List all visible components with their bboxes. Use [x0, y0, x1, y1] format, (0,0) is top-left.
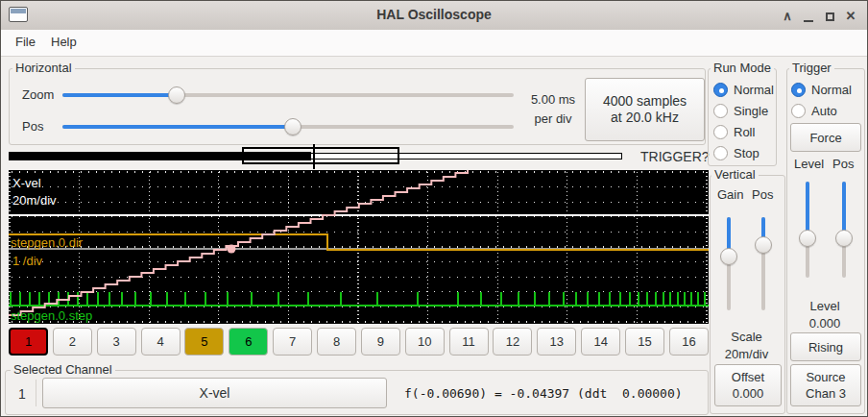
trigger-level-caption: Level — [786, 299, 863, 313]
trigger-source-button[interactable]: Source Chan 3 — [790, 364, 861, 406]
scope-traces — [9, 170, 709, 324]
run-mode-stop[interactable]: Stop — [713, 144, 760, 161]
menubar: File Help — [1, 30, 867, 57]
vertical-pos-col-label: Pos — [752, 187, 773, 202]
channel-button-3[interactable]: 3 — [97, 328, 136, 356]
radio-icon[interactable] — [713, 146, 728, 160]
vertical-group-label: Vertical — [711, 168, 759, 182]
trigger-group — [786, 68, 865, 414]
channel-button-16[interactable]: 16 — [669, 328, 709, 356]
hal-oscilloscope-window: HAL Oscilloscope ∧ ✕ File Help Horizonta… — [0, 0, 868, 417]
pos-slider-label: Pos — [22, 119, 43, 134]
channel-button-1[interactable]: 1 — [9, 328, 48, 356]
trigger-pos-slider-handle[interactable] — [835, 230, 853, 247]
channel-source-button[interactable]: X-vel — [42, 378, 387, 408]
channel-button-8[interactable]: 8 — [317, 328, 356, 356]
trigger-level-slider-handle[interactable] — [799, 230, 816, 247]
titlebar: HAL Oscilloscope ∧ ✕ — [1, 1, 867, 31]
minimize-icon[interactable] — [798, 7, 819, 25]
selected-channel-number: 1 — [11, 386, 34, 402]
record-view-box[interactable] — [242, 147, 399, 164]
samples-button[interactable]: 4000 samples at 20.0 kHz — [585, 78, 705, 141]
zoom-slider-label: Zoom — [22, 87, 54, 102]
trigger-level-col-label: Level — [794, 157, 824, 171]
channel1-scale-label: 20m/div — [12, 193, 57, 208]
menu-help[interactable]: Help — [51, 35, 77, 49]
trigger-normal[interactable]: Normal — [791, 81, 852, 98]
channel1-name-label: X-vel — [12, 176, 41, 190]
dir-channel-name-label: stepgen.0.dir — [11, 235, 83, 250]
channel-button-6[interactable]: 6 — [229, 328, 268, 356]
samples-line1: 4000 samples — [603, 93, 687, 110]
scope-screen: X-vel 20m/div stepgen.0.dir 1 /div stepg… — [9, 170, 709, 324]
time-per-div-label: per div — [524, 111, 582, 126]
window-title: HAL Oscilloscope — [1, 7, 867, 22]
offset-button[interactable]: Offset 0.000 — [714, 364, 782, 406]
gain-col-label: Gain — [717, 187, 743, 202]
channel-button-9[interactable]: 9 — [361, 328, 400, 356]
trigger-level-value: 0.000 — [786, 316, 863, 331]
channel-button-10[interactable]: 10 — [405, 328, 445, 356]
channel-button-13[interactable]: 13 — [537, 328, 576, 356]
gain-slider-handle[interactable] — [720, 248, 737, 265]
radio-icon[interactable] — [713, 104, 728, 118]
radio-icon[interactable] — [713, 125, 728, 139]
channel-button-14[interactable]: 14 — [581, 328, 620, 356]
channel-value-readout: f(-0.00690) = -0.04397 (ddt 0.00000) — [404, 386, 683, 401]
trigger-point-dot — [228, 245, 236, 254]
channel-button-5[interactable]: 5 — [184, 328, 224, 356]
selected-channel-group-label: Selected Channel — [11, 363, 115, 377]
run-mode-roll[interactable]: Roll — [713, 123, 755, 140]
channel-button-7[interactable]: 7 — [273, 328, 312, 356]
shade-icon[interactable]: ∧ — [777, 9, 798, 23]
channel-button-11[interactable]: 11 — [449, 328, 489, 356]
zoom-slider-handle[interactable] — [168, 86, 185, 104]
channel-button-12[interactable]: 12 — [493, 328, 532, 356]
trigger-auto[interactable]: Auto — [791, 102, 837, 119]
channel-button-row: 12345678910111213141516 — [9, 328, 709, 356]
channel-source-button-label: X-vel — [200, 385, 230, 402]
run-mode-group-label: Run Mode — [711, 61, 774, 75]
radio-icon[interactable] — [791, 104, 806, 118]
run-mode-normal[interactable]: Normal — [713, 81, 774, 98]
channel-button-4[interactable]: 4 — [141, 328, 181, 356]
time-per-div-value: 5.00 ms — [524, 92, 582, 107]
force-button[interactable]: Force — [790, 123, 861, 152]
zoom-slider-fill — [62, 93, 177, 97]
radio-icon[interactable] — [713, 83, 728, 97]
trigger-query-label: TRIGGER? — [640, 149, 710, 164]
radio-icon[interactable] — [791, 83, 806, 97]
samples-line2: at 20.0 kHz — [611, 110, 679, 126]
channel-button-15[interactable]: 15 — [625, 328, 664, 356]
scale-value: 20m/div — [710, 347, 784, 361]
step-channel-name-label: stepgen.0.step — [11, 308, 92, 323]
close-icon[interactable]: ✕ — [840, 9, 861, 23]
pos-slider-fill — [62, 125, 293, 129]
trigger-pos-col-label: Pos — [832, 157, 854, 171]
channel-button-2[interactable]: 2 — [53, 328, 92, 356]
dir-channel-scale-label: 1 /div — [12, 254, 42, 268]
horizontal-group-label: Horizontal — [12, 61, 75, 75]
trigger-group-label: Trigger — [789, 61, 834, 75]
menu-file[interactable]: File — [15, 35, 36, 49]
scale-caption: Scale — [710, 330, 784, 344]
run-mode-single[interactable]: Single — [713, 102, 768, 119]
vertical-pos-slider-handle[interactable] — [755, 236, 772, 254]
pos-slider-handle[interactable] — [284, 118, 301, 135]
selected-channel-separator — [36, 380, 36, 406]
edge-button[interactable]: Rising — [790, 332, 861, 361]
maximize-icon[interactable] — [819, 8, 840, 24]
trigger-position-line[interactable] — [313, 144, 315, 169]
